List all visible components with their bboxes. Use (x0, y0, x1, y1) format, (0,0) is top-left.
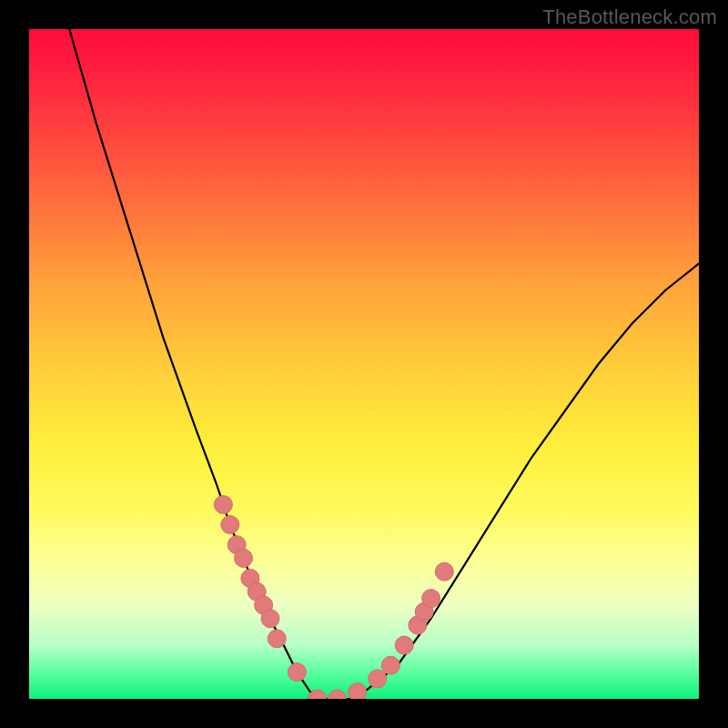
highlight-marker (261, 610, 279, 628)
bottleneck-curve (69, 29, 699, 699)
highlight-marker (381, 656, 399, 674)
highlight-marker (288, 663, 306, 682)
highlight-marker (395, 636, 413, 654)
highlight-marker (369, 670, 387, 688)
highlight-marker (221, 516, 239, 534)
highlight-marker (268, 630, 286, 648)
highlight-marker (422, 590, 440, 608)
marker-group (214, 496, 453, 699)
highlight-marker (435, 562, 453, 581)
highlight-marker (235, 549, 253, 567)
highlight-marker (214, 496, 232, 514)
highlight-marker (329, 690, 347, 699)
chart-frame: TheBottleneck.com (0, 0, 728, 728)
highlight-marker (349, 683, 367, 699)
plot-area (29, 29, 699, 699)
curve-layer (29, 29, 699, 699)
watermark-text: TheBottleneck.com (542, 5, 717, 29)
